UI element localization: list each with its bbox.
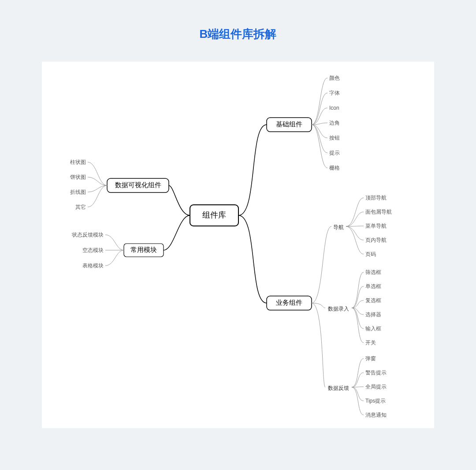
svg-text:状态反馈模块: 状态反馈模块 [71, 232, 104, 238]
svg-text:提示: 提示 [329, 150, 340, 156]
mindmap-leaves-modules: 状态反馈模块 空态模块 表格模块 [71, 232, 104, 269]
svg-text:按钮: 按钮 [329, 135, 340, 141]
svg-text:输入框: 输入框 [365, 326, 381, 332]
svg-text:空态模块: 空态模块 [82, 247, 104, 253]
svg-text:折线图: 折线图 [70, 189, 86, 195]
svg-text:颜色: 颜色 [329, 75, 340, 81]
edge-root-modules [164, 215, 190, 250]
mindmap-root-label: 组件库 [202, 211, 226, 219]
mindmap-canvas: 组件库 数据可视化组件 常用模块 柱状图 饼状图 折线图 其它 状态反馈模块 空… [42, 62, 434, 428]
page-title: B端组件库拆解 [0, 0, 476, 62]
svg-text:选择器: 选择器 [365, 311, 381, 318]
svg-text:饼状图: 饼状图 [70, 174, 86, 180]
mindmap-node-dataviz-label: 数据可视化组件 [115, 181, 161, 189]
svg-text:表格模块: 表格模块 [82, 263, 104, 269]
mindmap-node-business-label: 业务组件 [276, 299, 302, 306]
svg-text:面包屑导航: 面包屑导航 [365, 209, 392, 215]
mindmap-node-basic-label: 基础组件 [276, 120, 302, 128]
svg-text:字体: 字体 [329, 90, 340, 96]
svg-text:页内导航: 页内导航 [365, 237, 387, 243]
svg-text:顶部导航: 顶部导航 [365, 195, 387, 201]
svg-text:单选框: 单选框 [365, 283, 381, 289]
svg-text:Icon: Icon [329, 105, 339, 111]
mindmap-leaves-dataviz: 柱状图 饼状图 折线图 其它 [70, 159, 86, 210]
mindmap-leaves-basic: 颜色 字体 Icon 边角 按钮 提示 栅格 [329, 75, 340, 171]
svg-text:复选框: 复选框 [365, 297, 381, 303]
svg-text:消息通知: 消息通知 [365, 412, 387, 418]
svg-text:柱状图: 柱状图 [70, 159, 86, 165]
mindmap-leaves-nav: 顶部导航 面包屑导航 菜单导航 页内导航 页码 [365, 195, 392, 257]
svg-text:其它: 其它 [75, 204, 86, 210]
edge-root-business [238, 215, 267, 303]
mindmap-subgroup-feedback: 数据反馈 [328, 385, 349, 391]
mindmap-node-modules-label: 常用模块 [130, 246, 157, 253]
svg-text:警告提示: 警告提示 [365, 370, 387, 376]
svg-text:全局提示: 全局提示 [365, 384, 387, 390]
svg-text:页码: 页码 [365, 251, 376, 257]
mindmap-leaves-feedback: 弹窗 警告提示 全局提示 Tips提示 消息通知 [365, 355, 387, 418]
mindmap-subgroup-nav: 导航 [333, 224, 344, 230]
svg-text:Tips提示: Tips提示 [365, 398, 386, 404]
svg-text:菜单导航: 菜单导航 [365, 223, 387, 229]
mindmap-subgroup-input: 数据录入 [328, 306, 349, 312]
svg-text:栅格: 栅格 [329, 165, 340, 171]
svg-text:开关: 开关 [365, 340, 376, 346]
svg-text:边角: 边角 [329, 120, 340, 126]
svg-text:弹窗: 弹窗 [365, 355, 376, 362]
svg-text:筛选框: 筛选框 [365, 269, 381, 275]
edge-root-dataviz [169, 185, 190, 215]
mindmap-leaves-input: 筛选框 单选框 复选框 选择器 输入框 开关 [365, 269, 381, 346]
edge-root-basic [238, 125, 267, 215]
